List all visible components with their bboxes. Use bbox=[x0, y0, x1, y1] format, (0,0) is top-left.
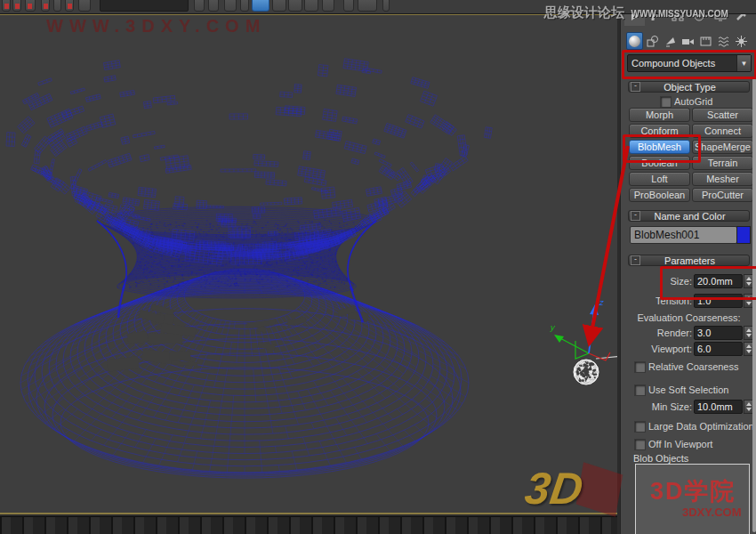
command-panel: Compound Objects ▼ - Object Type AutoGri… bbox=[620, 0, 756, 534]
scatter-button[interactable]: Scatter bbox=[692, 108, 753, 122]
blob-objects-label: Blob Objects bbox=[633, 453, 688, 464]
toolbar-icon[interactable] bbox=[25, 0, 36, 12]
viewport-row: Viewport: 6.0 bbox=[621, 342, 756, 356]
toolbar-icon[interactable] bbox=[304, 0, 318, 12]
main-toolbar bbox=[0, 0, 756, 14]
object-name-field[interactable]: BlobMesh001 bbox=[630, 226, 737, 244]
connect-button[interactable]: Connect bbox=[692, 124, 753, 138]
blobmesh-button[interactable]: BlobMesh bbox=[629, 140, 690, 154]
geometry-icon[interactable] bbox=[626, 32, 643, 50]
proboolean-button[interactable]: ProBoolean bbox=[629, 188, 690, 202]
toolbar-icon[interactable] bbox=[78, 0, 91, 12]
off-in-viewport-label: Off In Viewport bbox=[648, 439, 712, 449]
terrain-button[interactable]: Terrain bbox=[692, 156, 753, 170]
rollout-title: Name and Color bbox=[640, 211, 739, 222]
toolbar-icon[interactable] bbox=[382, 0, 390, 12]
use-soft-selection-checkbox[interactable] bbox=[634, 384, 646, 396]
boolean-button[interactable]: Boolean bbox=[629, 156, 690, 170]
selection-sets-combo[interactable] bbox=[100, 0, 189, 12]
subcategory-dropdown-value: Compound Objects bbox=[628, 58, 736, 69]
use-soft-selection-row: Use Soft Selection bbox=[621, 384, 756, 396]
viewport-field[interactable]: 6.0 bbox=[694, 342, 743, 356]
autogrid-label: AutoGrid bbox=[674, 96, 712, 107]
size-label: Size: bbox=[671, 276, 692, 287]
viewport-label: Viewport: bbox=[651, 344, 692, 354]
relative-coarseness-checkbox[interactable] bbox=[634, 361, 646, 373]
blob-objects-list[interactable] bbox=[635, 464, 750, 534]
cameras-icon[interactable] bbox=[680, 32, 696, 50]
off-in-viewport-checkbox[interactable] bbox=[634, 439, 646, 450]
mesher-button[interactable]: Mesher bbox=[692, 172, 753, 186]
tension-label: Tension: bbox=[655, 295, 692, 306]
toolbar-icon[interactable] bbox=[322, 0, 334, 12]
subcategory-dropdown[interactable]: Compound Objects ▼ bbox=[627, 54, 752, 72]
morph-button[interactable]: Morph bbox=[629, 108, 690, 122]
toolbar-icon[interactable] bbox=[12, 0, 21, 12]
toolbar-icon[interactable] bbox=[224, 0, 237, 12]
loft-button[interactable]: Loft bbox=[629, 172, 690, 186]
procutter-button[interactable]: ProCutter bbox=[692, 188, 753, 202]
relative-coarseness-label: Relative Coarseness bbox=[648, 361, 739, 372]
shapes-icon[interactable] bbox=[644, 32, 661, 50]
rollout-title: Object Type bbox=[640, 82, 739, 93]
render-row: Render: 3.0 bbox=[621, 326, 756, 340]
render-label: Render: bbox=[657, 328, 692, 338]
tension-row: Tension: 1.0 bbox=[621, 294, 756, 308]
lights-icon[interactable] bbox=[662, 32, 679, 50]
toolbar-icon[interactable] bbox=[343, 0, 354, 12]
toolbar-icon[interactable] bbox=[53, 0, 61, 12]
min-size-row: Min Size: 10.0mm bbox=[621, 400, 756, 414]
viewport-canvas[interactable] bbox=[0, 15, 617, 513]
evaluation-coarseness-label: Evaluation Coarseness: bbox=[621, 312, 756, 323]
rollout-parameters[interactable]: - Parameters bbox=[628, 255, 750, 266]
chevron-down-icon[interactable]: ▼ bbox=[736, 55, 751, 71]
toolbar-icon[interactable] bbox=[194, 0, 205, 12]
perspective-viewport[interactable] bbox=[0, 13, 617, 514]
use-soft-selection-label: Use Soft Selection bbox=[648, 384, 729, 395]
autogrid-checkbox[interactable] bbox=[660, 96, 672, 108]
off-in-viewport-row: Off In Viewport bbox=[621, 438, 756, 450]
toolbar-icon[interactable] bbox=[2, 0, 11, 12]
object-color-swatch[interactable] bbox=[736, 226, 751, 244]
helpers-icon[interactable] bbox=[697, 32, 714, 50]
render-field[interactable]: 3.0 bbox=[694, 326, 743, 340]
large-data-optimization-checkbox[interactable] bbox=[634, 421, 646, 433]
size-row: Size: 20.0mm bbox=[621, 274, 756, 288]
tension-field[interactable]: 1.0 bbox=[694, 294, 743, 308]
collapse-icon[interactable]: - bbox=[631, 82, 640, 92]
rollout-title: Parameters bbox=[640, 255, 739, 266]
evaluation-coarseness-row: Evaluation Coarseness: bbox=[621, 312, 756, 325]
min-size-field[interactable]: 10.0mm bbox=[694, 400, 743, 414]
rollout-object-type[interactable]: - Object Type bbox=[628, 81, 750, 93]
toolbar-icon[interactable] bbox=[358, 0, 377, 12]
min-size-label: Min Size: bbox=[652, 401, 692, 412]
large-data-optimization-label: Large Data Optimization bbox=[648, 421, 754, 432]
relative-coarseness-row: Relative Coarseness bbox=[621, 360, 756, 373]
space-warps-icon[interactable] bbox=[715, 32, 732, 50]
panel-scrollbar[interactable] bbox=[752, 78, 756, 532]
toolbar-icon[interactable] bbox=[252, 0, 269, 12]
conform-button[interactable]: Conform bbox=[629, 124, 690, 138]
collapse-icon[interactable]: - bbox=[631, 255, 640, 265]
toolbar-icon[interactable] bbox=[65, 0, 74, 12]
large-data-optimization-row: Large Data Optimization bbox=[621, 420, 756, 433]
autogrid-row: AutoGrid bbox=[621, 95, 756, 108]
size-field[interactable]: 20.0mm bbox=[694, 274, 743, 288]
systems-icon[interactable] bbox=[733, 32, 750, 50]
time-track-bar[interactable] bbox=[0, 516, 617, 534]
toolbar-icon[interactable] bbox=[41, 0, 50, 12]
toolbar-icon[interactable] bbox=[288, 0, 302, 12]
toolbar-icon[interactable] bbox=[240, 0, 249, 12]
rollout-name-and-color[interactable]: - Name and Color bbox=[628, 210, 750, 222]
collapse-icon[interactable]: - bbox=[631, 211, 640, 221]
toolbar-icon[interactable] bbox=[208, 0, 219, 12]
shapemerge-button[interactable]: ShapeMerge bbox=[692, 140, 753, 154]
toolbar-icon[interactable] bbox=[272, 0, 286, 12]
